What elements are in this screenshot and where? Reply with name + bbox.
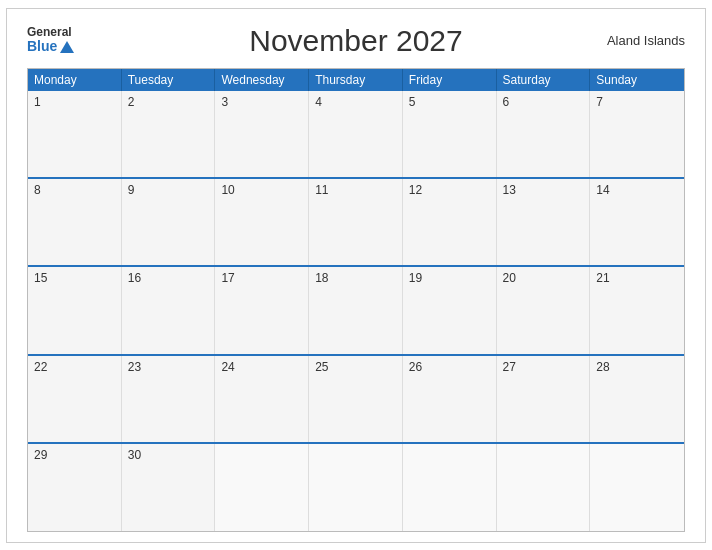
week-row-1: 1234567 [28, 91, 684, 177]
day-number: 12 [409, 183, 490, 197]
week-row-5: 2930 [28, 442, 684, 530]
day-cell: 5 [403, 91, 497, 177]
day-cell: 22 [28, 356, 122, 442]
day-number: 8 [34, 183, 115, 197]
day-cell: 23 [122, 356, 216, 442]
day-cell: 12 [403, 179, 497, 265]
day-cell: 8 [28, 179, 122, 265]
day-header-wednesday: Wednesday [215, 69, 309, 91]
day-cell: 13 [497, 179, 591, 265]
day-number: 24 [221, 360, 302, 374]
calendar-grid: Monday Tuesday Wednesday Thursday Friday… [27, 68, 685, 532]
day-cell: 29 [28, 444, 122, 530]
day-cell [309, 444, 403, 530]
day-cell: 24 [215, 356, 309, 442]
week-row-4: 22232425262728 [28, 354, 684, 442]
day-cell: 10 [215, 179, 309, 265]
week-row-3: 15161718192021 [28, 265, 684, 353]
weeks-container: 1234567891011121314151617181920212223242… [28, 91, 684, 531]
day-number: 9 [128, 183, 209, 197]
calendar-title: November 2027 [107, 24, 605, 58]
day-cell: 1 [28, 91, 122, 177]
day-header-saturday: Saturday [497, 69, 591, 91]
day-number: 26 [409, 360, 490, 374]
day-number: 15 [34, 271, 115, 285]
header: General Blue November 2027 Aland Islands [27, 24, 685, 58]
day-number: 6 [503, 95, 584, 109]
day-cell: 30 [122, 444, 216, 530]
day-cell: 17 [215, 267, 309, 353]
day-cell: 6 [497, 91, 591, 177]
day-header-friday: Friday [403, 69, 497, 91]
day-number: 7 [596, 95, 678, 109]
day-cell: 14 [590, 179, 684, 265]
day-number: 27 [503, 360, 584, 374]
logo-triangle-icon [60, 41, 74, 53]
day-cell: 4 [309, 91, 403, 177]
day-cell [497, 444, 591, 530]
day-cell: 7 [590, 91, 684, 177]
day-number: 17 [221, 271, 302, 285]
day-cell: 3 [215, 91, 309, 177]
day-cell: 18 [309, 267, 403, 353]
day-number: 2 [128, 95, 209, 109]
day-cell: 20 [497, 267, 591, 353]
day-cell: 16 [122, 267, 216, 353]
day-number: 16 [128, 271, 209, 285]
week-row-2: 891011121314 [28, 177, 684, 265]
day-number: 21 [596, 271, 678, 285]
day-number: 25 [315, 360, 396, 374]
day-header-tuesday: Tuesday [122, 69, 216, 91]
day-number: 23 [128, 360, 209, 374]
day-header-thursday: Thursday [309, 69, 403, 91]
day-number: 1 [34, 95, 115, 109]
day-number: 30 [128, 448, 209, 462]
day-cell: 27 [497, 356, 591, 442]
days-header: Monday Tuesday Wednesday Thursday Friday… [28, 69, 684, 91]
day-number: 18 [315, 271, 396, 285]
day-number: 4 [315, 95, 396, 109]
day-number: 14 [596, 183, 678, 197]
day-header-sunday: Sunday [590, 69, 684, 91]
day-number: 29 [34, 448, 115, 462]
day-number: 28 [596, 360, 678, 374]
day-number: 10 [221, 183, 302, 197]
day-cell [590, 444, 684, 530]
day-number: 22 [34, 360, 115, 374]
day-cell [215, 444, 309, 530]
day-header-monday: Monday [28, 69, 122, 91]
calendar-page: General Blue November 2027 Aland Islands… [6, 8, 706, 543]
logo-blue-text: Blue [27, 39, 107, 54]
day-cell: 25 [309, 356, 403, 442]
day-cell: 19 [403, 267, 497, 353]
day-cell: 26 [403, 356, 497, 442]
region-label: Aland Islands [605, 33, 685, 48]
day-number: 13 [503, 183, 584, 197]
day-cell: 11 [309, 179, 403, 265]
day-cell [403, 444, 497, 530]
day-number: 3 [221, 95, 302, 109]
logo: General Blue [27, 26, 107, 55]
day-cell: 2 [122, 91, 216, 177]
day-number: 5 [409, 95, 490, 109]
day-number: 19 [409, 271, 490, 285]
day-cell: 28 [590, 356, 684, 442]
day-number: 11 [315, 183, 396, 197]
day-number: 20 [503, 271, 584, 285]
day-cell: 21 [590, 267, 684, 353]
day-cell: 9 [122, 179, 216, 265]
day-cell: 15 [28, 267, 122, 353]
